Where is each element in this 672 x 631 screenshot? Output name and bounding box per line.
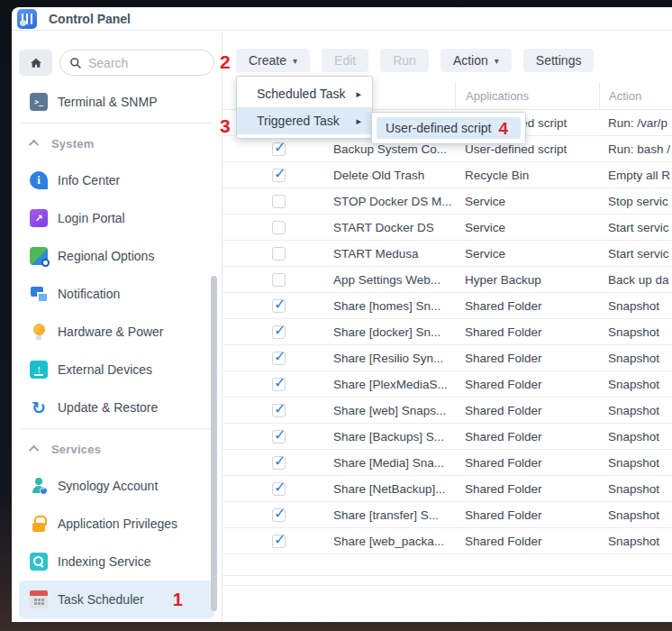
step-annotation-2: 2 [220,52,231,71]
chevron-up-icon [29,140,39,150]
update-restore-icon: ↻ [30,398,48,416]
menu-item-user-defined-script[interactable]: User-defined script 4 [377,117,521,139]
table-row[interactable]: Share [Resilio Syn... Shared Folder Snap… [222,345,672,371]
table-row[interactable]: Share [web_packa... Shared Folder Snapsh… [222,528,672,554]
applications-cell: Service [455,221,599,234]
step-annotation-4: 4 [499,120,509,137]
column-header-applications[interactable]: Applications [455,82,599,110]
section-header-system[interactable]: System [12,125,222,161]
task-name-cell: Share [web_packa... [333,535,455,548]
search-icon [69,57,82,69]
task-table-body: User-defined script Run: /var/p Backup S… [222,110,672,554]
control-panel-window: Control Panel [12,7,672,622]
action-cell: Start servic [599,221,672,234]
table-row[interactable]: Share [PlexMediaS... Shared Folder Snaps… [222,371,672,398]
caret-down-icon: ▾ [293,56,297,66]
home-button[interactable] [19,50,52,76]
sidebar-item-synology-account[interactable]: Synology Account [19,467,214,505]
table-row[interactable]: Share [homes] Sn... Shared Folder Snapsh… [222,293,672,319]
action-cell: Snapshot [599,508,672,522]
triggered-task-submenu: User-defined script 4 [371,112,526,144]
applications-cell: Shared Folder [455,404,599,417]
row-checkbox[interactable] [272,221,286,234]
action-cell: Empty all R [599,169,672,182]
applications-cell: Shared Folder [455,430,599,444]
search-box[interactable] [59,50,214,76]
row-checkbox[interactable] [272,404,286,417]
login-portal-icon: ↗ [30,209,48,227]
sidebar-item-external-devices[interactable]: ↑ External Devices [19,351,214,389]
row-checkbox[interactable] [272,247,286,261]
applications-cell: Service [455,247,599,261]
action-cell: Back up da [599,273,672,287]
sidebar-item-task-scheduler[interactable]: Task Scheduler 1 [19,581,214,618]
table-row[interactable]: Share [docker] Sn... Shared Folder Snaps… [222,319,672,345]
sidebar-item-hardware-power[interactable]: Hardware & Power [19,313,214,351]
toolbar: Create ▾ Edit Run Action ▾ Settings [236,49,672,72]
lock-icon [30,515,48,533]
task-name-cell: START Medusa [333,247,455,261]
chevron-up-icon [29,445,39,455]
table-row[interactable]: Share [Media] Sna... Shared Folder Snaps… [222,450,672,476]
task-name-cell: Share [Backups] S... [333,430,455,444]
sidebar-item-notification[interactable]: Notification [19,275,214,313]
menu-item-triggered-task[interactable]: Triggered Task ▸ [237,107,372,134]
empty-table-row [222,554,672,576]
run-button[interactable]: Run [380,49,429,72]
task-table: Applications Action User-defined script … [222,82,672,622]
applications-cell: Shared Folder [455,325,599,339]
synology-account-icon [30,477,48,495]
table-row[interactable]: START Medusa Service Start servic [222,241,672,267]
table-row[interactable]: Delete Old Trash Recycle Bin Empty all R [222,162,672,188]
sidebar-item-update-restore[interactable]: ↻ Update & Restore [19,389,214,426]
settings-button[interactable]: Settings [523,49,595,72]
info-center-icon: i [30,171,48,189]
regional-options-icon [30,247,48,265]
row-checkbox[interactable] [272,142,286,156]
table-row[interactable]: Share [transfer] S... Shared Folder Snap… [222,502,672,528]
row-checkbox[interactable] [272,299,286,313]
row-checkbox[interactable] [272,456,286,470]
sidebar-item-info-center[interactable]: i Info Center [19,161,214,199]
table-row[interactable]: Share [web] Snaps... Shared Folder Snaps… [222,398,672,424]
table-row[interactable]: STOP Docker DS M... Service Stop servic [222,188,672,215]
row-checkbox[interactable] [272,352,286,365]
task-name-cell: Share [NetBackup]... [333,482,455,496]
sidebar-item-login-portal[interactable]: ↗ Login Portal [19,199,214,237]
submenu-arrow-icon: ▸ [356,107,361,134]
edit-button[interactable]: Edit [322,49,368,72]
row-checkbox[interactable] [272,273,286,287]
table-row[interactable]: App Settings Web... Hyper Backup Back up… [222,267,672,293]
sidebar-nav: >_ Terminal & SNMP System i Info Center … [12,76,222,618]
sidebar-scrollbar[interactable] [211,276,217,611]
row-checkbox[interactable] [272,378,286,391]
create-button[interactable]: Create ▾ [236,49,310,72]
table-row[interactable]: Share [NetBackup]... Shared Folder Snaps… [222,476,672,502]
row-checkbox[interactable] [272,430,286,444]
task-name-cell: App Settings Web... [333,273,455,287]
sidebar-item-regional-options[interactable]: Regional Options [19,237,214,275]
row-checkbox[interactable] [272,195,286,208]
column-header-action[interactable]: Action [599,82,672,110]
action-cell: Start servic [599,247,672,261]
row-checkbox[interactable] [272,325,286,339]
action-button[interactable]: Action ▾ [440,49,512,72]
row-checkbox[interactable] [272,535,286,548]
row-checkbox[interactable] [272,508,286,522]
row-checkbox[interactable] [272,169,286,182]
home-icon [29,56,43,70]
table-row[interactable]: START Docker DS Service Start servic [222,215,672,241]
task-name-cell: Share [Resilio Syn... [333,352,455,365]
action-cell: Snapshot [599,325,672,339]
section-header-services[interactable]: Services [12,431,222,467]
applications-cell: Shared Folder [455,456,599,470]
sidebar-item-indexing-service[interactable]: Indexing Service [19,543,214,581]
row-checkbox[interactable] [272,482,286,496]
window-title: Control Panel [49,12,131,26]
sidebar-item-terminal-snmp[interactable]: >_ Terminal & SNMP [19,83,214,121]
table-row[interactable]: Share [Backups] S... Shared Folder Snaps… [222,424,672,450]
sidebar-item-application-privileges[interactable]: Application Privileges [19,505,214,543]
applications-cell: Shared Folder [455,299,599,313]
menu-item-scheduled-task[interactable]: Scheduled Task ▸ [237,80,372,107]
search-input[interactable] [88,56,204,70]
